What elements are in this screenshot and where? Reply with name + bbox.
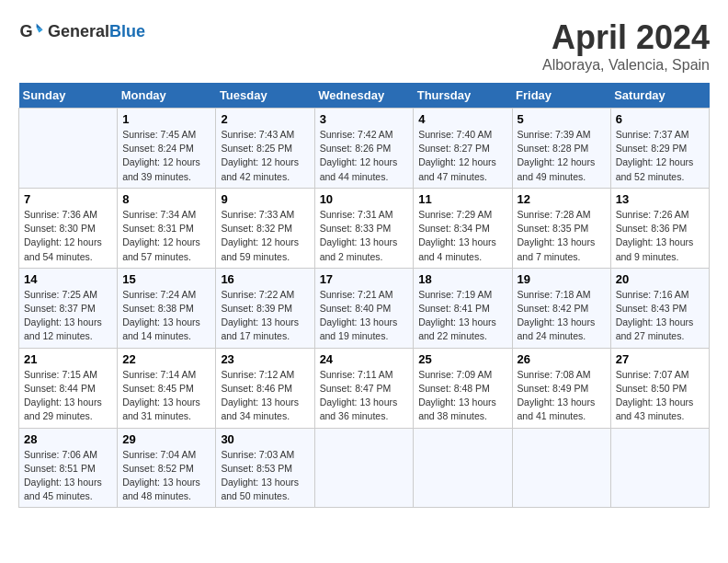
calendar-cell [314,428,414,508]
day-info: Sunrise: 7:29 AMSunset: 8:34 PMDaylight:… [418,208,506,264]
calendar-cell: 13Sunrise: 7:26 AMSunset: 8:36 PMDayligh… [610,188,709,268]
day-number: 23 [221,352,309,366]
day-number: 22 [122,352,210,366]
day-info: Sunrise: 7:03 AMSunset: 8:53 PMDaylight:… [221,448,309,504]
day-info: Sunrise: 7:16 AMSunset: 8:43 PMDaylight:… [616,288,704,344]
day-number: 12 [518,192,606,206]
calendar-cell: 28Sunrise: 7:06 AMSunset: 8:51 PMDayligh… [19,428,118,508]
day-info: Sunrise: 7:14 AMSunset: 8:45 PMDaylight:… [122,368,210,424]
logo-general-text: General [48,22,109,40]
header-cell-saturday: Saturday [610,83,709,109]
calendar-cell: 5Sunrise: 7:39 AMSunset: 8:28 PMDaylight… [512,109,610,189]
day-info: Sunrise: 7:40 AMSunset: 8:27 PMDaylight:… [418,128,506,184]
calendar-cell: 27Sunrise: 7:07 AMSunset: 8:50 PMDayligh… [610,348,709,428]
logo: G GeneralBlue [18,18,145,44]
day-number: 19 [518,272,606,286]
calendar-cell: 2Sunrise: 7:43 AMSunset: 8:25 PMDaylight… [216,109,314,189]
calendar-cell: 18Sunrise: 7:19 AMSunset: 8:41 PMDayligh… [414,268,512,348]
day-info: Sunrise: 7:15 AMSunset: 8:44 PMDaylight:… [24,368,112,424]
calendar-cell: 9Sunrise: 7:33 AMSunset: 8:32 PMDaylight… [216,188,314,268]
calendar-cell: 4Sunrise: 7:40 AMSunset: 8:27 PMDaylight… [414,109,512,189]
day-number: 29 [122,432,210,446]
calendar-cell: 19Sunrise: 7:18 AMSunset: 8:42 PMDayligh… [512,268,610,348]
day-number: 8 [122,192,210,206]
day-info: Sunrise: 7:34 AMSunset: 8:31 PMDaylight:… [122,208,210,264]
calendar-cell: 29Sunrise: 7:04 AMSunset: 8:52 PMDayligh… [118,428,216,508]
logo-icon: G [18,18,44,44]
day-info: Sunrise: 7:37 AMSunset: 8:29 PMDaylight:… [616,128,704,184]
calendar-table: SundayMondayTuesdayWednesdayThursdayFrid… [18,83,710,508]
week-row-0: 1Sunrise: 7:45 AMSunset: 8:24 PMDaylight… [19,109,710,189]
calendar-cell: 22Sunrise: 7:14 AMSunset: 8:45 PMDayligh… [118,348,216,428]
day-number: 18 [418,272,506,286]
calendar-cell [512,428,610,508]
day-info: Sunrise: 7:45 AMSunset: 8:24 PMDaylight:… [122,128,210,184]
day-number: 13 [616,192,704,206]
day-number: 27 [616,352,704,366]
calendar-cell: 8Sunrise: 7:34 AMSunset: 8:31 PMDaylight… [118,188,216,268]
day-number: 26 [518,352,606,366]
day-info: Sunrise: 7:06 AMSunset: 8:51 PMDaylight:… [24,448,112,504]
day-info: Sunrise: 7:18 AMSunset: 8:42 PMDaylight:… [518,288,606,344]
day-info: Sunrise: 7:09 AMSunset: 8:48 PMDaylight:… [418,368,506,424]
day-number: 30 [221,432,309,446]
day-number: 17 [320,272,409,286]
day-number: 21 [24,352,112,366]
day-info: Sunrise: 7:19 AMSunset: 8:41 PMDaylight:… [418,288,506,344]
calendar-cell: 3Sunrise: 7:42 AMSunset: 8:26 PMDaylight… [314,109,414,189]
day-info: Sunrise: 7:36 AMSunset: 8:30 PMDaylight:… [24,208,112,264]
calendar-cell: 26Sunrise: 7:08 AMSunset: 8:49 PMDayligh… [512,348,610,428]
day-number: 3 [320,112,409,126]
header-cell-wednesday: Wednesday [314,83,414,109]
week-row-2: 14Sunrise: 7:25 AMSunset: 8:37 PMDayligh… [19,268,710,348]
calendar-header: SundayMondayTuesdayWednesdayThursdayFrid… [19,83,710,109]
calendar-cell: 1Sunrise: 7:45 AMSunset: 8:24 PMDaylight… [118,109,216,189]
calendar-body: 1Sunrise: 7:45 AMSunset: 8:24 PMDaylight… [19,109,710,508]
day-info: Sunrise: 7:04 AMSunset: 8:52 PMDaylight:… [122,448,210,504]
week-row-1: 7Sunrise: 7:36 AMSunset: 8:30 PMDaylight… [19,188,710,268]
calendar-cell: 14Sunrise: 7:25 AMSunset: 8:37 PMDayligh… [19,268,118,348]
day-number: 11 [418,192,506,206]
calendar-cell: 10Sunrise: 7:31 AMSunset: 8:33 PMDayligh… [314,188,414,268]
day-info: Sunrise: 7:11 AMSunset: 8:47 PMDaylight:… [320,368,409,424]
day-number: 15 [122,272,210,286]
day-info: Sunrise: 7:26 AMSunset: 8:36 PMDaylight:… [616,208,704,264]
calendar-cell: 6Sunrise: 7:37 AMSunset: 8:29 PMDaylight… [610,109,709,189]
day-info: Sunrise: 7:28 AMSunset: 8:35 PMDaylight:… [518,208,606,264]
calendar-cell: 24Sunrise: 7:11 AMSunset: 8:47 PMDayligh… [314,348,414,428]
day-number: 6 [616,112,704,126]
location: Alboraya, Valencia, Spain [542,57,710,74]
day-number: 14 [24,272,112,286]
day-number: 20 [616,272,704,286]
day-info: Sunrise: 7:22 AMSunset: 8:39 PMDaylight:… [221,288,309,344]
day-number: 9 [221,192,309,206]
header-cell-tuesday: Tuesday [216,83,314,109]
calendar-cell: 23Sunrise: 7:12 AMSunset: 8:46 PMDayligh… [216,348,314,428]
day-number: 25 [418,352,506,366]
day-number: 1 [122,112,210,126]
calendar-cell: 7Sunrise: 7:36 AMSunset: 8:30 PMDaylight… [19,188,118,268]
day-number: 28 [24,432,112,446]
day-number: 5 [518,112,606,126]
calendar-cell: 11Sunrise: 7:29 AMSunset: 8:34 PMDayligh… [414,188,512,268]
week-row-4: 28Sunrise: 7:06 AMSunset: 8:51 PMDayligh… [19,428,710,508]
day-info: Sunrise: 7:12 AMSunset: 8:46 PMDaylight:… [221,368,309,424]
day-number: 4 [418,112,506,126]
header-cell-monday: Monday [118,83,216,109]
day-info: Sunrise: 7:31 AMSunset: 8:33 PMDaylight:… [320,208,409,264]
calendar-cell: 25Sunrise: 7:09 AMSunset: 8:48 PMDayligh… [414,348,512,428]
day-info: Sunrise: 7:21 AMSunset: 8:40 PMDaylight:… [320,288,409,344]
calendar-cell [414,428,512,508]
calendar-cell: 20Sunrise: 7:16 AMSunset: 8:43 PMDayligh… [610,268,709,348]
title-area: April 2024 Alboraya, Valencia, Spain [542,18,710,74]
calendar-cell: 16Sunrise: 7:22 AMSunset: 8:39 PMDayligh… [216,268,314,348]
day-info: Sunrise: 7:25 AMSunset: 8:37 PMDaylight:… [24,288,112,344]
header-cell-friday: Friday [512,83,610,109]
day-number: 7 [24,192,112,206]
logo-blue-text: Blue [109,22,145,40]
month-title: April 2024 [542,18,710,57]
header: G GeneralBlue April 2024 Alboraya, Valen… [18,18,710,74]
week-row-3: 21Sunrise: 7:15 AMSunset: 8:44 PMDayligh… [19,348,710,428]
header-row: SundayMondayTuesdayWednesdayThursdayFrid… [19,83,710,109]
calendar-cell: 12Sunrise: 7:28 AMSunset: 8:35 PMDayligh… [512,188,610,268]
